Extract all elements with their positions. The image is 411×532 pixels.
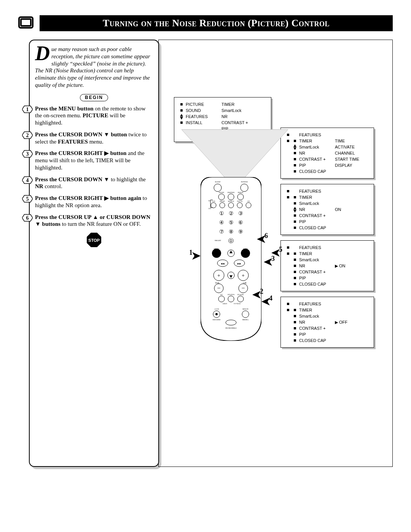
- osd-label: SmartLock: [299, 145, 333, 149]
- svg-point-23: [228, 194, 234, 200]
- svg-text:MENU: MENU: [214, 248, 220, 250]
- osd-row: PIP: [285, 331, 369, 337]
- svg-text:◂◂: ◂◂: [221, 262, 225, 265]
- svg-text:③: ③: [238, 210, 243, 216]
- osd-label: CONTRAST +: [299, 213, 333, 218]
- osd-label: FEATURES: [186, 114, 220, 119]
- osd-value: ▶ OFF: [335, 320, 362, 325]
- instruction-card: Due many reason such as poor cable recep…: [29, 40, 159, 467]
- svg-point-72: [218, 296, 225, 302]
- osd-label: NR: [299, 151, 333, 155]
- osd-label: CONTRAST +: [299, 157, 333, 161]
- osd-value: SmartLock: [221, 108, 242, 113]
- svg-text:POSITION: POSITION: [228, 192, 234, 193]
- osd-main: PICTURE TIMER SOUND SmartLock FEATURES N…: [174, 97, 271, 142]
- svg-text:ON/OFF: ON/OFF: [219, 192, 225, 193]
- svg-text:⑤: ⑤: [229, 219, 234, 225]
- remote-svg: SLEEP POWER ON/OFF POSITION FREEZE VCR S…: [201, 177, 261, 341]
- osd-row: NR ▶ ON: [285, 263, 369, 269]
- illustration-panel: PICTURE TIMER SOUND SmartLock FEATURES N…: [158, 40, 393, 467]
- svg-text:TV: TV: [208, 200, 210, 202]
- osd-row: PIP: [285, 219, 369, 225]
- osd-row: CONTRAST +: [285, 212, 369, 219]
- osd-panel: FEATURES TIMER SmartLock NR ▶ OFF CONTRA…: [280, 297, 374, 348]
- svg-marker-89: [192, 252, 201, 260]
- svg-point-27: [211, 203, 216, 208]
- osd-label: CLOSED CAP: [299, 225, 333, 230]
- step-text: Press the CURSOR UP ▲ or CURSOR DOWN ▼ b…: [35, 214, 153, 228]
- svg-point-21: [218, 194, 225, 200]
- svg-text:POWER: POWER: [241, 181, 248, 183]
- osd-row: NR CHANNEL: [285, 150, 369, 156]
- callout-number: 3: [271, 255, 275, 263]
- svg-text:EXIT: EXIT: [223, 303, 227, 305]
- osd-row: NR ON: [285, 206, 369, 212]
- osd-label: NR: [299, 320, 333, 324]
- osd-label: CONTRAST +: [299, 270, 333, 274]
- lead-paragraph: Due many reason such as poor cable recep…: [35, 46, 153, 89]
- svg-text:SMART: SMART: [220, 200, 225, 202]
- svg-point-74: [228, 296, 234, 302]
- svg-text:⑥: ⑥: [238, 219, 243, 225]
- osd-label: FEATURES: [299, 302, 333, 306]
- content-row: Due many reason such as poor cable recep…: [18, 40, 393, 467]
- osd-label: CLOSED CAP: [299, 282, 333, 286]
- osd-panel: FEATURES TIMER SmartLock NR ON CONTRAST …: [280, 184, 374, 235]
- osd-value: TIME: [335, 139, 362, 143]
- svg-text:SLEEP: SLEEP: [215, 181, 221, 183]
- osd-label: TIMER: [299, 308, 333, 312]
- svg-point-17: [214, 184, 221, 192]
- svg-text:⓪: ⓪: [228, 238, 234, 244]
- svg-point-50: [212, 249, 221, 258]
- svg-text:T-TYCH: T-TYCH: [234, 303, 241, 305]
- osd-row: CONTRAST + START TIME: [285, 156, 369, 162]
- callout-number: 5: [279, 246, 282, 254]
- osd-value: ▶ ON: [335, 264, 362, 268]
- svg-point-31: [228, 203, 234, 208]
- step-marker: 3: [22, 150, 33, 158]
- step-text: Press the CURSOR RIGHT ▶ button again to…: [35, 195, 153, 209]
- svg-text:SMART: SMART: [215, 240, 221, 241]
- svg-marker-93: [252, 291, 261, 299]
- svg-point-87: [226, 320, 236, 325]
- osd-value: CLOSED CAP: [221, 133, 249, 137]
- callout-number: 6: [264, 232, 268, 240]
- osd-label: CLOSED CAP: [299, 338, 333, 343]
- osd-row: FEATURES NR: [179, 113, 266, 120]
- svg-text:STATUS: STATUS: [228, 294, 234, 296]
- svg-text:①: ①: [219, 210, 224, 216]
- osd-value: PIP: [221, 126, 228, 131]
- osd-label: TIMER: [299, 139, 333, 143]
- osd-label: TIMER: [299, 251, 333, 256]
- osd-label: FEATURES: [299, 133, 333, 137]
- svg-text:INCREDIBLE: INCREDIBLE: [225, 327, 237, 329]
- step-marker: 1: [22, 105, 33, 113]
- svg-point-35: [246, 203, 251, 208]
- svg-point-29: [220, 203, 225, 208]
- osd-row: SmartLock: [285, 313, 369, 319]
- osd-row: CONTRAST +: [285, 269, 369, 275]
- svg-text:6: 6: [26, 215, 29, 221]
- step: 2Press the CURSOR DOWN ▼ button twice to…: [35, 131, 153, 145]
- osd-row: PIP: [179, 126, 266, 132]
- osd-label: PIP: [299, 332, 333, 337]
- svg-marker-94: [261, 298, 270, 305]
- osd-row: INSTALL CONTRAST +: [179, 120, 266, 126]
- step: 4Press the CURSOR DOWN ▼ to highlight th…: [35, 176, 153, 190]
- svg-point-33: [237, 203, 242, 208]
- svg-text:RECORD: RECORD: [213, 319, 221, 321]
- step-marker: 2: [22, 131, 33, 139]
- step-text: Press the CURSOR RIGHT ▶ button and the …: [35, 150, 153, 171]
- svg-point-76: [237, 296, 244, 302]
- osd-label: PIP: [299, 163, 333, 168]
- svg-text:SURF: SURF: [243, 248, 248, 250]
- osd-value: NR: [221, 114, 228, 119]
- svg-text:CH: CH: [247, 200, 250, 202]
- stop-icon: STOP: [86, 232, 102, 248]
- osd-value: CHANNEL: [335, 151, 362, 155]
- osd-value: START TIME: [335, 157, 362, 161]
- title-row: Turning on the Noise Reduction (Picture)…: [18, 15, 393, 31]
- osd-row: SmartLock: [285, 200, 369, 206]
- svg-text:FREEZE: FREEZE: [238, 192, 244, 193]
- svg-text:MEDIA: MEDIA: [242, 319, 249, 321]
